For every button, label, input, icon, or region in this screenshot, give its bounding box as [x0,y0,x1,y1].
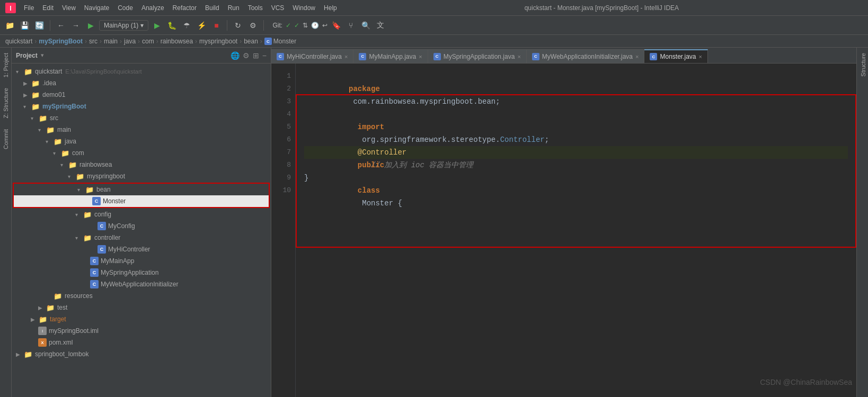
tree-item-quickstart[interactable]: ▾ 📁 quickstart E:\Java\SpringBoot\quicks… [12,66,271,77]
structure-panel-toggle[interactable]: Z: Structure [1,83,11,123]
project-title: Project [16,52,38,59]
breadcrumb-myspringboot-pkg[interactable]: myspringboot [199,38,237,45]
menu-window[interactable]: Window [289,3,319,13]
breadcrumb-myspringboot[interactable]: mySpringBoot [39,38,83,45]
tab-close-4[interactable]: × [635,53,639,60]
tab-close-2[interactable]: × [419,53,422,60]
menu-refactor[interactable]: Refactor [169,3,200,13]
menu-run[interactable]: Run [224,3,243,13]
menu-vcs[interactable]: VCS [268,3,288,13]
git-history-icon[interactable]: 🕐 [311,22,319,29]
tab-mymainapp[interactable]: C MyMainApp.java × [353,49,428,63]
tab-close-1[interactable]: × [344,53,348,60]
menu-build[interactable]: Build [201,3,223,13]
tree-item-springboot-lombok[interactable]: ▶ 📁 springboot_lombok [12,348,271,360]
tree-label-myspringapplication: MySpringApplication [101,269,158,276]
code-editor[interactable]: 1 2 3 4 5 6 7 8 9 10 package com.rainbow… [271,64,856,397]
tree-item-mywebappinitializer[interactable]: C MyWebApplicationInitializer [12,278,271,290]
arrow-springboot-lombok: ▶ [16,351,23,357]
menu-analyze[interactable]: Analyze [138,3,168,13]
breadcrumb-com[interactable]: com [142,38,154,45]
tree-item-src[interactable]: ▾ 📁 src [12,112,271,124]
branches-button[interactable]: ⑂ [344,19,357,32]
tree-item-bean[interactable]: ▾ 📁 bean [14,184,269,195]
options-button[interactable]: ⚙ [243,51,250,60]
tree-item-pomxml[interactable]: X pom.xml [12,337,271,348]
settings-button[interactable]: ⚙ [246,19,259,32]
translate-button[interactable]: 文 [374,19,387,32]
menu-help[interactable]: Help [320,3,341,13]
breadcrumb-rainbowsea[interactable]: rainbowsea [161,38,193,45]
tree-item-java[interactable]: ▾ 📁 java [12,136,271,147]
tree-item-demo01[interactable]: ▶ 📁 demo01 [12,89,271,101]
tree-item-mymainapp[interactable]: C MyMainApp [12,255,271,267]
breadcrumb-java[interactable]: java [124,38,136,45]
forward-button[interactable]: → [69,19,82,32]
tree-item-monster[interactable]: C Monster [14,195,269,207]
structure-side-label[interactable]: Structure [857,48,868,82]
find-button[interactable]: 🔍 [359,19,372,32]
update-button[interactable]: ↻ [232,19,244,32]
collapse-button[interactable]: − [262,51,267,60]
code-line-9: } [304,172,848,184]
tree-item-config[interactable]: ▾ 📁 config [12,209,271,220]
breadcrumb-bean[interactable]: bean [244,38,258,45]
expand-button[interactable]: ⊞ [253,51,259,60]
project-dropdown-icon[interactable]: ▾ [41,52,44,59]
tree-item-iml[interactable]: I mySpringBoot.iml [12,325,271,337]
run-button[interactable]: ▶ [84,19,97,32]
menu-tools[interactable]: Tools [244,3,267,13]
code-content[interactable]: package com.rainbowsea.myspringboot.bean… [296,64,856,397]
stop-button[interactable]: ■ [210,19,223,32]
tree-item-controller[interactable]: ▾ 📁 controller [12,232,271,243]
git-push-icon[interactable]: ✓ [294,22,299,29]
tree-item-target[interactable]: ▶ 📁 target [12,313,271,325]
back-button[interactable]: ← [55,19,67,32]
tree-item-myhicontroller[interactable]: C MyHiController [12,243,271,255]
run-config-dropdown[interactable]: MainApp (1) ▾ [99,20,148,31]
git-rollback-icon[interactable]: ↩ [322,22,327,29]
tree-item-myspringboot-pkg[interactable]: ▾ 📁 myspringboot [12,170,271,182]
menu-bar[interactable]: File Edit View Navigate Code Analyze Ref… [20,3,341,13]
tree-label-myhicontroller: MyHiController [108,246,150,253]
coverage-button[interactable]: ☂ [180,19,193,32]
git-pull-icon[interactable]: ⇅ [303,22,308,29]
tree-item-resources[interactable]: 📁 resources [12,290,271,302]
menu-edit[interactable]: Edit [39,3,57,13]
tree-item-myspringboot[interactable]: ▾ 📁 mySpringBoot [12,101,271,112]
folder-icon-springboot-lombok: 📁 [23,349,33,359]
synchronize-button[interactable]: 🔄 [33,19,46,32]
annotation-name: Controller [362,148,406,157]
git-checkmark-icon[interactable]: ✓ [286,22,291,29]
tree-item-com[interactable]: ▾ 📁 com [12,147,271,159]
tab-mywebappinitializer[interactable]: C MyWebApplicationInitializer.java × [527,49,645,63]
bookmark-button[interactable]: 🔖 [330,19,342,32]
menu-navigate[interactable]: Navigate [81,3,113,13]
project-panel-toggle[interactable]: 1: Project [1,48,11,83]
scope-button[interactable]: 🌐 [231,51,240,60]
breadcrumb-src[interactable]: src [89,38,98,45]
breadcrumb-main[interactable]: main [104,38,118,45]
tree-item-myconfig[interactable]: C MyConfig [12,220,271,232]
commit-panel-toggle[interactable]: Commit [1,124,11,155]
tree-item-idea[interactable]: ▶ 📁 .idea [12,77,271,89]
breadcrumb-quickstart[interactable]: quickstart [5,38,32,45]
tab-monster[interactable]: C Monster.java × [644,49,707,63]
tab-close-5[interactable]: × [699,53,702,60]
menu-view[interactable]: View [58,3,79,13]
tab-close-3[interactable]: × [517,53,520,60]
tree-item-test[interactable]: ▶ 📁 test [12,302,271,313]
profile-button[interactable]: ⚡ [195,19,208,32]
menu-code[interactable]: Code [114,3,137,13]
tree-item-main[interactable]: ▾ 📁 main [12,124,271,136]
tab-myhicontroller[interactable]: C MyHiController.java × [271,49,353,63]
debug-button[interactable]: 🐛 [165,19,178,32]
run-button-2[interactable]: ▶ [150,19,163,32]
tree-item-rainbowsea[interactable]: ▾ 📁 rainbowsea [12,159,271,170]
save-button[interactable]: 💾 [18,19,31,32]
tree-item-myspringapplication[interactable]: C MySpringApplication [12,267,271,278]
breadcrumb-monster[interactable]: C Monster [264,37,296,46]
menu-file[interactable]: File [20,3,38,13]
tab-myspringapplication[interactable]: C MySpringApplication.java × [428,49,527,63]
open-file-button[interactable]: 📁 [3,19,16,32]
